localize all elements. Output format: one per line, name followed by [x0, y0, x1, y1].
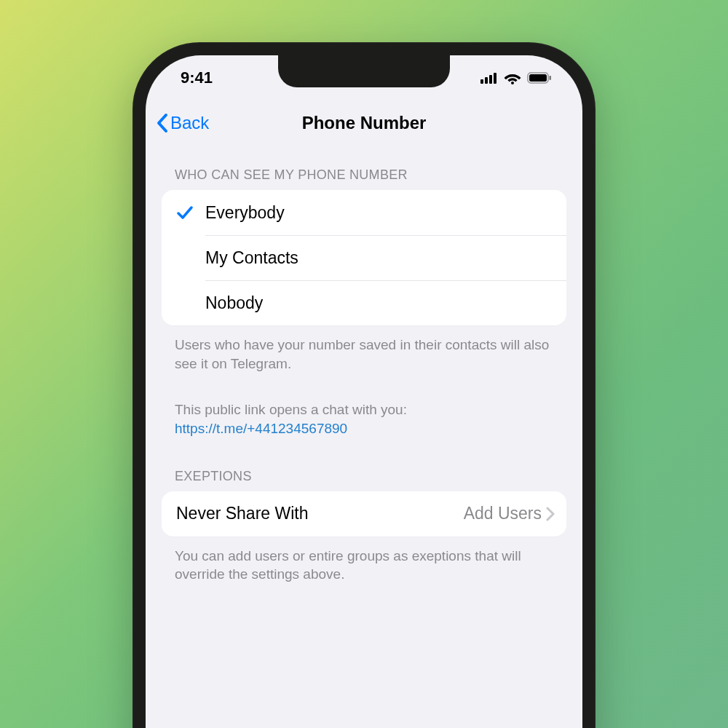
option-nobody[interactable]: Nobody — [162, 280, 566, 325]
option-label: Everybody — [205, 203, 285, 223]
exceptions-section-header: EXEPTIONS — [162, 438, 566, 491]
status-indicators — [480, 72, 552, 84]
svg-rect-3 — [494, 73, 496, 84]
svg-point-4 — [511, 82, 514, 84]
svg-rect-6 — [529, 74, 547, 82]
option-label: My Contacts — [205, 248, 298, 268]
never-share-with-row[interactable]: Never Share With Add Users — [162, 491, 566, 537]
public-link[interactable]: https://t.me/+441234567890 — [175, 421, 347, 436]
chevron-left-icon — [156, 113, 169, 133]
visibility-footer-1: Users who have your number saved in thei… — [162, 325, 566, 373]
option-everybody[interactable]: Everybody — [162, 190, 566, 235]
back-label: Back — [170, 113, 209, 133]
page-title: Phone Number — [146, 113, 582, 133]
svg-rect-2 — [489, 75, 492, 84]
visibility-options-card: Everybody My Contacts Nobody — [162, 190, 566, 325]
never-share-with-value: Add Users — [464, 504, 542, 523]
battery-icon — [527, 72, 552, 84]
cellular-icon — [480, 72, 498, 84]
svg-rect-0 — [480, 79, 483, 84]
visibility-footer-2: This public link opens a chat with you: … — [162, 390, 566, 438]
svg-rect-1 — [485, 77, 488, 84]
checkmark-icon — [176, 205, 194, 221]
phone-frame: 9:41 — [132, 42, 596, 728]
public-link-caption: This public link opens a chat with you: — [175, 402, 407, 417]
wifi-icon — [504, 72, 521, 84]
back-button[interactable]: Back — [156, 113, 209, 133]
status-time: 9:41 — [181, 68, 213, 87]
phone-screen: 9:41 — [146, 55, 582, 728]
option-label: Nobody — [205, 293, 263, 313]
option-my-contacts[interactable]: My Contacts — [162, 235, 566, 280]
svg-rect-7 — [550, 76, 552, 80]
visibility-section-header: WHO CAN SEE MY PHONE NUMBER — [162, 146, 566, 190]
chevron-right-icon — [546, 507, 555, 521]
never-share-with-label: Never Share With — [176, 504, 309, 523]
exceptions-card: Never Share With Add Users — [162, 491, 566, 537]
exceptions-footer: You can add users or entire groups as ex… — [162, 537, 566, 584]
phone-notch — [278, 55, 450, 87]
nav-bar: Back Phone Number — [146, 100, 582, 146]
